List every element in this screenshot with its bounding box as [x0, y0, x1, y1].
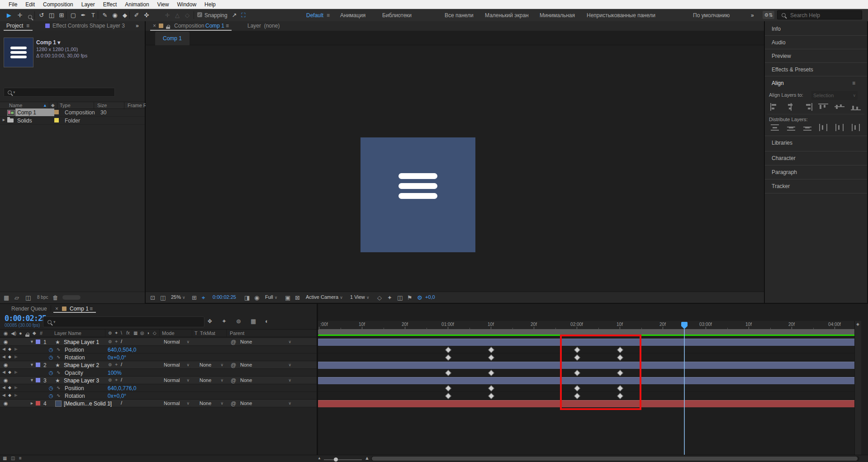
property-name[interactable]: Position — [65, 385, 84, 391]
brush-tool[interactable]: ✎ — [100, 11, 109, 19]
hide-shy-layers-icon[interactable]: ⊚ — [236, 318, 241, 324]
layer-parent-dropdown[interactable]: None∨ — [238, 362, 293, 368]
graph-icon[interactable]: ∿ — [57, 385, 60, 390]
new-composition-icon[interactable]: ◫ — [25, 295, 31, 301]
next-keyframe-icon[interactable]: ▶ — [14, 385, 18, 390]
expand-layer-switches-icon[interactable]: ▦ — [3, 456, 7, 461]
pan-behind-tool[interactable]: ⊞ — [57, 11, 66, 19]
keyframe-diamond[interactable] — [445, 385, 451, 391]
column-name[interactable]: Name — [9, 103, 22, 108]
timeline-h-scrollbar-thumb[interactable] — [372, 457, 858, 461]
sync-settings-icon[interactable]: ⚙⇅ — [763, 11, 774, 19]
layer-mode-dropdown[interactable]: Normal∨ — [162, 377, 191, 384]
workspace-2[interactable]: Анимация — [340, 12, 365, 19]
folder-expand-arrow[interactable]: ► — [2, 118, 6, 122]
distribute-right-button[interactable] — [851, 124, 862, 132]
layer-quality-switch[interactable]: / — [121, 400, 122, 405]
layer-tab[interactable]: Layer (none) — [247, 23, 280, 29]
parent-pickwhip-icon[interactable]: @ — [231, 377, 236, 384]
layer-name[interactable]: [Medium...e Solid 1] — [64, 401, 112, 407]
keyframe-diamond[interactable] — [445, 354, 451, 361]
parent-pickwhip-icon[interactable]: @ — [231, 401, 236, 407]
timeline-search-box[interactable]: ▾ — [43, 316, 204, 327]
viewer-tab-close-icon[interactable]: × — [153, 23, 156, 29]
prev-keyframe-icon[interactable]: ◀ — [2, 393, 5, 397]
composition-canvas[interactable] — [146, 45, 764, 292]
next-keyframe-icon[interactable]: ▶ — [14, 370, 18, 374]
align-panel-menu-icon[interactable]: ≡ — [852, 80, 855, 86]
sidebar-panel-paragraph[interactable]: Paragraph — [772, 169, 797, 175]
layer-mode-dropdown[interactable]: Normal∨ — [162, 339, 191, 345]
tab-timeline-comp1[interactable]: Comp 1 — [70, 306, 89, 312]
next-keyframe-icon[interactable]: ▶ — [14, 347, 18, 351]
workspace-3[interactable]: Библиотеки — [382, 12, 412, 19]
layer-parent-dropdown[interactable]: None∨ — [238, 339, 293, 345]
mask-visibility-icon[interactable]: ⌖ — [202, 295, 205, 301]
layer-name[interactable]: Shape Layer 3 — [64, 377, 99, 384]
layer-disclosure-arrow[interactable]: ► — [30, 401, 34, 405]
preview-comp-title[interactable]: Comp 1 ▾ — [36, 39, 60, 46]
workspace-1[interactable]: Default — [306, 12, 323, 19]
keyframe-diamond[interactable] — [445, 393, 451, 399]
property-name[interactable]: Rotation — [65, 354, 85, 361]
layer-quality-switch[interactable]: / — [121, 362, 122, 367]
camera-tool[interactable]: ◫ — [47, 11, 56, 19]
layer-quality-switch[interactable]: / — [121, 339, 122, 344]
menu-window[interactable]: Window — [173, 1, 200, 8]
prev-keyframe-icon[interactable]: ◀ — [2, 370, 5, 374]
property-row-rotation[interactable]: ◀◆▶◷∿Rotation0x+0,0° — [0, 354, 317, 361]
workspace-7[interactable]: Непристыкованные панели — [587, 12, 655, 19]
keyframe-diamond[interactable] — [488, 370, 494, 376]
label-color-chip[interactable] — [54, 118, 59, 123]
column-number[interactable]: # — [40, 330, 43, 336]
parent-pickwhip-icon[interactable]: @ — [231, 339, 236, 345]
workspace-5[interactable]: Маленький экран — [485, 12, 529, 19]
snapshot-icon[interactable]: ◨ — [244, 295, 250, 301]
view-tab-comp1[interactable]: Comp 1 — [155, 32, 190, 45]
project-search-box[interactable]: ▾ — [4, 88, 115, 97]
layer-disclosure-arrow[interactable]: ▼ — [30, 378, 34, 382]
stopwatch-icon[interactable]: ◷ — [49, 370, 53, 376]
distribute-v-center-button[interactable] — [786, 124, 797, 132]
flowchart-icon[interactable]: ⚑ — [407, 295, 413, 301]
layer-row-2[interactable]: ◉▼2★Shape Layer 2⊚✦/Normal∨None∨@None∨ — [0, 361, 317, 369]
add-keyframe-icon[interactable]: ◆ — [8, 354, 11, 359]
distribute-left-button[interactable] — [818, 124, 829, 132]
exposure-value[interactable]: +0,0 — [425, 294, 435, 300]
layer-mode-dropdown[interactable]: Normal∨ — [162, 400, 191, 407]
sidebar-panel-libraries[interactable]: Libraries — [772, 140, 792, 146]
layer-shy-switch[interactable]: ⊚ — [108, 339, 112, 344]
sidebar-panel-audio[interactable]: Audio — [772, 39, 786, 46]
comp-marker-bin-icon[interactable]: ◈ — [856, 322, 859, 326]
property-row-rotation[interactable]: ◀◆▶◷∿Rotation0x+0,0° — [0, 392, 317, 400]
property-value[interactable]: 640,0,504,0 — [108, 347, 136, 353]
shape-tool[interactable]: ▢ — [69, 11, 78, 19]
align-to-dropdown[interactable]: Selection∨ — [811, 91, 858, 100]
tab-effect-controls[interactable]: Effect Controls Shape Layer 3 — [52, 23, 125, 29]
snapping-checkbox[interactable]: ✓ — [197, 12, 202, 17]
sidebar-panel-info[interactable]: Info — [772, 26, 781, 32]
tab-render-queue[interactable]: Render Queue — [11, 306, 47, 312]
puppet-pin-tool[interactable]: ✜ — [142, 11, 151, 19]
timeline-tab-close-icon[interactable]: × — [55, 306, 58, 312]
timeline-zoom-thumb[interactable] — [334, 457, 338, 462]
menu-view[interactable]: View — [153, 1, 173, 8]
cti-line[interactable] — [684, 329, 685, 455]
layer-label-chip[interactable] — [36, 401, 40, 405]
menu-composition[interactable]: Composition — [39, 1, 77, 8]
exposure-icon[interactable]: ⚙ — [417, 295, 422, 301]
align-top-button[interactable] — [818, 103, 829, 111]
unlock-icon[interactable] — [166, 24, 170, 30]
timeline-current-timecode[interactable]: 0:00:02:25 — [5, 314, 46, 323]
stopwatch-icon[interactable]: ◷ — [49, 347, 53, 353]
resolution-dropdown[interactable]: Full ∨ — [265, 294, 277, 300]
pen-tool[interactable]: ✒ — [79, 11, 88, 19]
project-row-solids[interactable]: ►SolidsFolder — [0, 117, 145, 125]
keyframe-diamond[interactable] — [488, 347, 494, 353]
distribute-bottom-button[interactable] — [802, 124, 813, 132]
graph-icon[interactable]: ∿ — [57, 347, 60, 352]
menu-edit[interactable]: Edit — [21, 1, 39, 8]
main-view-icon[interactable]: ◫ — [160, 295, 166, 301]
viewer-tab-title[interactable]: Composition — [174, 23, 204, 29]
sidebar-panel-tracker[interactable]: Tracker — [772, 183, 790, 189]
